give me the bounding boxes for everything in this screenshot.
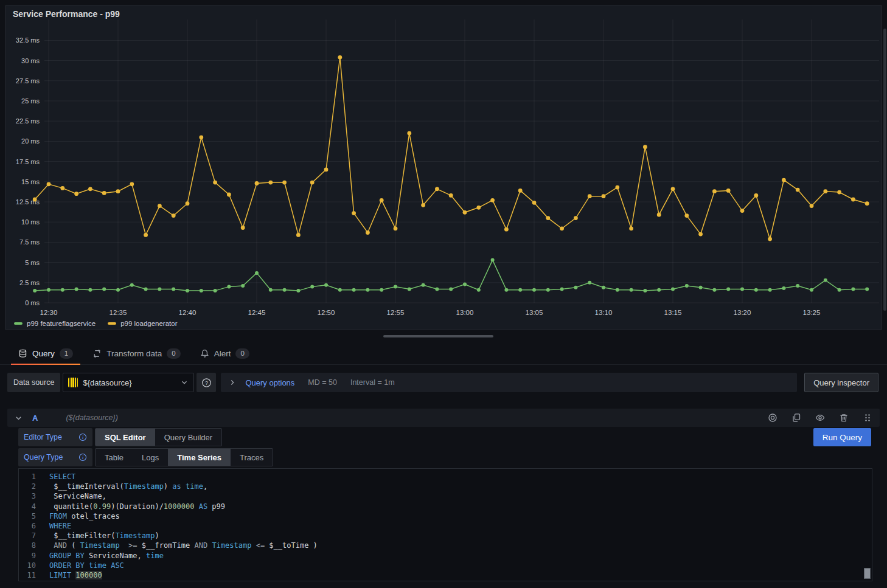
vertical-scrollbar[interactable] bbox=[883, 29, 886, 311]
info-circle-icon[interactable]: i bbox=[78, 433, 87, 441]
x-axis-tick: 12:45 bbox=[248, 309, 266, 316]
bell-icon bbox=[200, 349, 209, 358]
chart-point bbox=[796, 284, 799, 288]
x-axis-tick: 12:35 bbox=[110, 309, 127, 316]
chart-point bbox=[338, 288, 342, 292]
code-text: ServiceName, bbox=[49, 491, 106, 501]
chart-point bbox=[75, 287, 78, 291]
query-ref-id[interactable]: A bbox=[32, 413, 38, 423]
record-circle-icon[interactable] bbox=[768, 413, 777, 423]
code-line[interactable]: 6WHERE bbox=[19, 521, 872, 531]
query-type-option-table[interactable]: Table bbox=[96, 449, 133, 466]
svg-text:i: i bbox=[82, 455, 83, 460]
chart-point bbox=[74, 192, 78, 196]
chart-point bbox=[602, 286, 605, 289]
chevron-right-icon[interactable] bbox=[228, 378, 237, 387]
tab-label: Alert bbox=[214, 349, 231, 358]
datasource-picker[interactable]: ${datasource} bbox=[63, 373, 194, 392]
chart-point bbox=[213, 181, 217, 185]
chart-point bbox=[310, 285, 314, 288]
legend-item-featureflagservice[interactable]: p99 featureflagservice bbox=[14, 320, 96, 327]
chart-point bbox=[657, 213, 661, 217]
legend-label[interactable]: p99 loadgenerator bbox=[120, 320, 177, 327]
trash-icon[interactable] bbox=[839, 413, 849, 423]
legend-label[interactable]: p99 featureflagservice bbox=[27, 320, 96, 327]
chart-point bbox=[699, 286, 703, 289]
query-row-header[interactable]: A (${datasource}) bbox=[7, 409, 880, 427]
chart-point bbox=[518, 189, 523, 193]
chart-point bbox=[476, 206, 481, 210]
code-lines: 1SELECT2 $__timeInterval(Timestamp) as t… bbox=[19, 472, 872, 580]
chart-point bbox=[615, 185, 619, 190]
chart-point bbox=[47, 288, 50, 292]
editor-type-option-sql-editor[interactable]: SQL Editor bbox=[96, 429, 155, 446]
datasource-label: Data source bbox=[7, 373, 60, 392]
tab-count-badge: 1 bbox=[60, 348, 73, 359]
tab-alert[interactable]: Alert 0 bbox=[193, 343, 257, 365]
chart-point bbox=[754, 288, 758, 292]
duplicate-query-icon[interactable] bbox=[791, 413, 801, 423]
code-text: AND ( Timestamp >= $__fromTime AND Times… bbox=[49, 541, 318, 550]
query-type-label-text: Query Type bbox=[24, 453, 63, 462]
tab-count-badge: 0 bbox=[167, 348, 180, 359]
drag-handle-icon[interactable] bbox=[863, 413, 872, 423]
chart-point bbox=[823, 189, 827, 193]
code-line[interactable]: 8 AND ( Timestamp >= $__fromTime AND Tim… bbox=[19, 541, 872, 550]
code-line[interactable]: 11LIMIT 100000 bbox=[19, 570, 872, 580]
code-text: $__timeFilter(Timestamp) bbox=[49, 531, 159, 541]
chart-point bbox=[380, 198, 384, 202]
chart-point bbox=[532, 288, 536, 292]
code-line[interactable]: 3 ServiceName, bbox=[19, 491, 872, 501]
chart-point bbox=[643, 145, 647, 149]
query-actions bbox=[768, 413, 872, 423]
chart-point bbox=[477, 288, 481, 292]
query-options-toggle[interactable]: Query options bbox=[245, 378, 294, 387]
line-number: 5 bbox=[19, 511, 36, 521]
tab-transform-data[interactable]: Transform data 0 bbox=[85, 343, 187, 365]
run-query-button[interactable]: Run Query bbox=[813, 428, 871, 446]
code-line[interactable]: 7 $__timeFilter(Timestamp) bbox=[19, 531, 872, 541]
code-line[interactable]: 4 quantile(0.99)(Duration)/1000000 AS p9… bbox=[19, 502, 872, 511]
query-type-option-traces[interactable]: Traces bbox=[231, 449, 273, 466]
eye-icon[interactable] bbox=[815, 413, 825, 423]
code-line[interactable]: 9GROUP BY ServiceName, time bbox=[19, 551, 872, 561]
svg-text:?: ? bbox=[205, 379, 208, 386]
code-text: LIMIT 100000 bbox=[49, 570, 102, 580]
panel-resize-handle[interactable] bbox=[383, 335, 493, 337]
tab-count-badge: 0 bbox=[235, 348, 249, 359]
datasource-value: ${datasource} bbox=[83, 378, 175, 387]
code-line[interactable]: 5FROM otel_traces bbox=[19, 511, 872, 521]
chart-point bbox=[296, 289, 300, 292]
timeseries-chart[interactable]: 12:3012:3512:4012:4512:5012:5513:0013:05… bbox=[5, 5, 883, 318]
collapse-chevron-icon[interactable] bbox=[15, 414, 23, 422]
y-axis-tick: 20 ms bbox=[21, 137, 40, 145]
editor-type-row: Editor Type i SQL Editor Query Builder bbox=[18, 428, 222, 446]
tab-query[interactable]: Query 1 bbox=[11, 343, 80, 365]
sql-code-editor[interactable]: 1SELECT2 $__timeInterval(Timestamp) as t… bbox=[18, 468, 872, 581]
code-line[interactable]: 1SELECT bbox=[19, 472, 872, 482]
line-number: 8 bbox=[19, 541, 36, 550]
query-type-option-logs[interactable]: Logs bbox=[133, 449, 168, 466]
query-options-interval: Interval = 1m bbox=[350, 378, 395, 387]
line-number: 6 bbox=[19, 521, 36, 531]
chart-point bbox=[851, 287, 855, 291]
editor-type-option-query-builder[interactable]: Query Builder bbox=[155, 429, 221, 446]
chart-point bbox=[33, 198, 37, 202]
code-line[interactable]: 10ORDER BY time ASC bbox=[19, 561, 872, 570]
x-axis-tick: 13:10 bbox=[595, 309, 613, 316]
query-type-option-time-series[interactable]: Time Series bbox=[168, 449, 231, 466]
chart-point bbox=[47, 182, 51, 186]
chart-point bbox=[838, 288, 841, 292]
chart-point bbox=[602, 194, 606, 198]
chart-point bbox=[768, 237, 772, 241]
query-inspector-button[interactable]: Query inspector bbox=[804, 373, 878, 392]
info-circle-icon[interactable]: i bbox=[78, 453, 87, 462]
code-line[interactable]: 2 $__timeInterval(Timestamp) as time, bbox=[19, 482, 872, 491]
legend-item-loadgenerator[interactable]: p99 loadgenerator bbox=[108, 320, 177, 327]
editor-scrollbar-thumb[interactable] bbox=[864, 568, 871, 579]
chart-point bbox=[574, 216, 578, 220]
chart-point bbox=[33, 289, 37, 292]
datasource-help-button[interactable]: ? bbox=[197, 373, 216, 392]
line-number: 10 bbox=[19, 561, 36, 570]
query-type-group: Table Logs Time Series Traces bbox=[95, 448, 273, 466]
